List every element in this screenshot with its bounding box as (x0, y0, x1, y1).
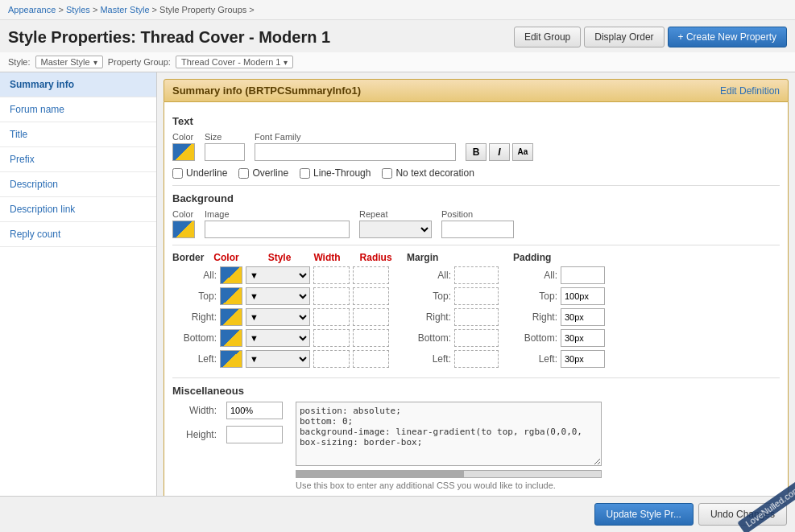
border-bottom-color[interactable] (220, 329, 242, 347)
border-top-width[interactable] (313, 287, 350, 305)
margin-bottom-input[interactable] (454, 329, 499, 347)
no-decoration-checkbox[interactable] (382, 168, 392, 179)
bg-color-swatch[interactable] (172, 221, 195, 238)
breadcrumb-styles[interactable]: Styles (66, 5, 90, 14)
overline-label: Overline (252, 167, 288, 179)
property-group-label: Property Group: (108, 57, 171, 67)
margin-all-input[interactable] (454, 266, 499, 284)
border-top-style[interactable]: ▼ (246, 287, 310, 305)
sidebar-item-prefix[interactable]: Prefix (0, 147, 156, 172)
padding-all-row: All: (513, 266, 605, 284)
border-bottom-width[interactable] (313, 329, 350, 347)
bg-repeat-field-group: Repeat repeat no-repeat repeat-x repeat-… (359, 209, 432, 238)
sidebar: Summary info Forum name Title Prefix Des… (0, 72, 157, 532)
border-left-width[interactable] (313, 350, 350, 368)
breadcrumb-master-style[interactable]: Master Style (100, 5, 149, 14)
bg-repeat-label: Repeat (359, 209, 432, 219)
font-family-label: Font Family (255, 132, 456, 142)
css-textarea[interactable]: position: absolute; bottom: 0; backgroun… (296, 402, 602, 466)
style-selector[interactable]: Master Style (35, 56, 103, 68)
misc-width-height: Width: Height: (172, 402, 283, 450)
underline-checkbox-label[interactable]: Underline (172, 167, 227, 179)
border-left-label: Left: (172, 353, 217, 365)
border-right-width[interactable] (313, 308, 350, 326)
misc-width-row: Width: (172, 402, 283, 419)
sidebar-item-title[interactable]: Title (0, 122, 156, 147)
border-left-color[interactable] (220, 350, 242, 368)
border-top-radius[interactable] (353, 287, 389, 305)
border-left-radius[interactable] (353, 350, 389, 368)
border-left-style[interactable]: ▼ (246, 350, 310, 368)
misc-height-input[interactable] (226, 426, 283, 443)
property-group-selector[interactable]: Thread Cover - Modern 1 (176, 56, 294, 68)
bold-button[interactable]: B (466, 143, 487, 161)
css-scrollbar-thumb[interactable] (296, 471, 464, 477)
size-label: Size (205, 132, 245, 142)
padding-right-row: Right: (513, 308, 605, 326)
page-header: Style Properties: Thread Cover - Modern … (0, 20, 795, 52)
border-top-color[interactable] (220, 287, 242, 305)
size-field-group: Size (205, 132, 245, 161)
padding-bottom-input[interactable] (561, 329, 605, 347)
bg-image-input[interactable] (205, 221, 350, 238)
style-bar: Style: Master Style Property Group: Thre… (0, 52, 795, 72)
border-all-radius[interactable] (353, 266, 389, 284)
create-new-property-button[interactable]: + Create New Property (668, 27, 787, 47)
border-bottom-radius[interactable] (353, 329, 389, 347)
bg-repeat-select[interactable]: repeat no-repeat repeat-x repeat-y (359, 221, 432, 238)
breadcrumb-current: Style Property Groups (159, 5, 246, 14)
display-order-button[interactable]: Display Order (584, 27, 664, 47)
page-title: Style Properties: Thread Cover - Modern … (8, 28, 330, 47)
overline-checkbox-label[interactable]: Overline (238, 167, 288, 179)
margin-bottom-row: Bottom: (407, 329, 499, 347)
padding-top-input[interactable] (561, 287, 605, 305)
border-all-style[interactable]: ▼ (246, 266, 310, 284)
linethrough-checkbox[interactable] (300, 168, 310, 179)
margin-right-row: Right: (407, 308, 499, 326)
linethrough-checkbox-label[interactable]: Line-Through (300, 167, 371, 179)
sidebar-item-description-link[interactable]: Description link (0, 197, 156, 222)
padding-left-row: Left: (513, 350, 605, 368)
margin-top-input[interactable] (454, 287, 499, 305)
padding-all-input[interactable] (561, 266, 605, 284)
margin-all-row: All: (407, 266, 499, 284)
edit-definition-link[interactable]: Edit Definition (720, 85, 780, 97)
no-decoration-checkbox-label[interactable]: No text decoration (382, 167, 474, 179)
border-color-col-header: Color (213, 252, 238, 263)
border-bottom-style[interactable]: ▼ (246, 329, 310, 347)
border-all-color[interactable] (220, 266, 242, 284)
undo-changes-button[interactable]: Undo Changes (698, 503, 787, 526)
update-style-button[interactable]: Update Style Pr... (594, 503, 694, 526)
misc-width-input[interactable] (226, 402, 283, 419)
case-button[interactable]: Aa (512, 143, 533, 161)
border-right-style[interactable]: ▼ (246, 308, 310, 326)
border-style-col-header: Style (268, 252, 292, 263)
margin-right-input[interactable] (454, 308, 499, 326)
padding-right-input[interactable] (561, 308, 605, 326)
border-right-color[interactable] (220, 308, 242, 326)
underline-checkbox[interactable] (172, 168, 183, 179)
bg-image-field-group: Image (205, 209, 350, 238)
text-color-swatch[interactable] (172, 143, 195, 161)
bg-position-input[interactable] (441, 221, 514, 238)
sidebar-item-summary-info[interactable]: Summary info (0, 72, 156, 97)
border-right-radius[interactable] (353, 308, 389, 326)
italic-button[interactable]: I (489, 143, 510, 161)
font-family-input[interactable] (255, 143, 456, 161)
size-input[interactable] (205, 143, 245, 161)
sidebar-item-description[interactable]: Description (0, 172, 156, 197)
border-bottom-label: Bottom: (172, 332, 217, 344)
border-col-title: Border (172, 252, 204, 263)
padding-left-input[interactable] (561, 350, 605, 368)
edit-group-button[interactable]: Edit Group (514, 27, 581, 47)
border-all-label: All: (172, 270, 217, 281)
sidebar-item-reply-count[interactable]: Reply count (0, 222, 156, 247)
breadcrumb-appearance[interactable]: Appearance (8, 5, 56, 14)
linethrough-label: Line-Through (313, 167, 371, 179)
margin-left-input[interactable] (454, 350, 499, 368)
bg-color-field-group: Color (172, 209, 195, 238)
border-all-width[interactable] (313, 266, 350, 284)
overline-checkbox[interactable] (238, 168, 249, 179)
color-field-group: Color (172, 132, 195, 161)
sidebar-item-forum-name[interactable]: Forum name (0, 97, 156, 122)
